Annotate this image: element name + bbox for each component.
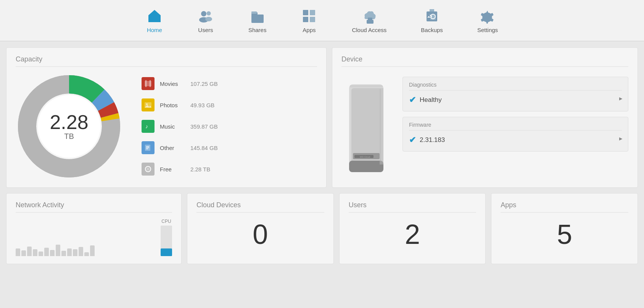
svg-rect-47 [380,88,383,164]
legend-music: ♪ Music 359.87 GB [142,120,218,133]
nav-shares-label: Shares [248,27,267,33]
svg-rect-10 [310,10,315,15]
nav-apps-label: Apps [303,27,316,33]
bar-1 [16,248,20,256]
svg-rect-12 [303,17,308,22]
capacity-legend: Movies 107.25 GB Photos 49.93 GB ♪ [142,77,218,176]
nav-shares[interactable]: Shares [231,4,284,37]
legend-free: Free 2.28 TB [142,163,218,176]
nav-cloud-access[interactable]: Cloud Access [335,4,404,37]
bar-9 [61,251,66,256]
nav-home-label: Home [147,27,162,33]
bar-8 [56,245,60,256]
music-label: Music [160,123,183,130]
bar-13 [84,252,89,256]
free-icon [142,163,155,176]
donut-value: 2.28 [50,112,88,132]
diagnostics-status: Healthy [420,96,442,104]
svg-point-30 [146,103,148,105]
music-size: 359.87 GB [190,123,218,130]
bar-7 [50,250,55,256]
legend-photos: Photos 49.93 GB [142,98,218,111]
network-activity-panel: Network Activity [6,193,182,264]
svg-rect-9 [303,10,308,15]
device-title: Device [341,55,628,67]
network-chart: CPU [16,219,172,256]
firmware-content: ✔ 2.31.183 [409,134,622,147]
svg-rect-11 [310,17,315,22]
firmware-version: 2.31.183 [420,136,445,144]
diagnostics-arrow[interactable]: ► [618,95,623,102]
capacity-content: 2.28 TB Movies 107.25 GB [16,73,317,180]
capacity-panel: Capacity [6,47,327,188]
cloud-devices-title: Cloud Devices [196,201,324,213]
donut-center: 2.28 TB [50,112,88,141]
svg-rect-8 [251,11,257,14]
diagnostics-content: ✔ Healthy [409,94,622,106]
nav-home[interactable]: Home [129,4,180,37]
svg-rect-1 [152,18,157,22]
bar-4 [33,249,37,256]
users-panel: Users 2 [339,193,486,264]
top-row: Capacity [6,47,638,188]
bar-10 [67,248,72,256]
diagnostics-card[interactable]: Diagnostics ✔ Healthy ► [402,77,628,111]
bar-3 [27,247,32,256]
svg-rect-28 [150,80,151,87]
donut-unit: TB [50,132,88,141]
nav-bar: Home Users Shares [0,0,644,41]
other-size: 145.84 GB [190,145,218,151]
firmware-card[interactable]: Firmware ✔ 2.31.183 ► [402,117,628,152]
svg-point-4 [206,11,211,16]
cpu-label: CPU [161,219,171,224]
home-icon [146,8,163,24]
movies-icon [142,77,155,90]
svg-rect-46 [350,85,383,87]
apps-count: 5 [501,219,628,250]
svg-rect-27 [145,80,147,87]
network-activity-title: Network Activity [16,201,172,213]
firmware-arrow[interactable]: ► [618,135,623,142]
movies-size: 107.25 GB [190,81,218,87]
bar-5 [39,252,43,256]
nav-backups[interactable]: Backups [404,4,460,37]
capacity-title: Capacity [16,55,317,67]
free-size: 2.28 TB [190,166,210,173]
main-content: Capacity [0,41,644,270]
svg-rect-42 [349,161,383,172]
legend-movies: Movies 107.25 GB [142,77,218,90]
cpu-section: CPU [161,219,172,256]
cloud-devices-panel: Cloud Devices 0 [187,193,334,264]
bar-11 [73,249,77,256]
svg-point-2 [201,11,206,16]
backups-icon [423,8,440,24]
nav-backups-label: Backups [421,27,443,33]
nav-settings[interactable]: Settings [460,4,515,37]
users-icon [197,8,214,24]
diagnostics-checkmark: ✔ [409,95,416,105]
bottom-row: Network Activity [6,193,638,264]
bar-12 [79,247,83,256]
apps-icon [301,8,317,24]
shares-icon [249,8,266,24]
cpu-bar-container [161,226,172,256]
device-panel: Device [332,47,638,188]
cloud-access-icon [361,8,378,24]
cloud-devices-count: 0 [196,219,324,250]
bar-14 [90,245,95,256]
photos-size: 49.93 GB [190,102,214,108]
other-label: Other [160,145,183,151]
users-count: 2 [349,219,477,250]
nav-users-label: Users [198,27,213,33]
apps-panel-title: Apps [501,201,628,213]
diagnostics-title: Diagnostics [409,82,622,90]
music-icon: ♪ [142,120,155,133]
device-image: WD Cloud [341,81,391,180]
nav-apps[interactable]: Apps [283,4,335,37]
nav-users[interactable]: Users [180,4,231,37]
photos-label: Photos [160,102,183,108]
svg-rect-41 [351,88,381,163]
svg-text:WD Cloud: WD Cloud [360,156,370,158]
svg-marker-16 [430,9,434,11]
photos-icon [142,98,155,111]
